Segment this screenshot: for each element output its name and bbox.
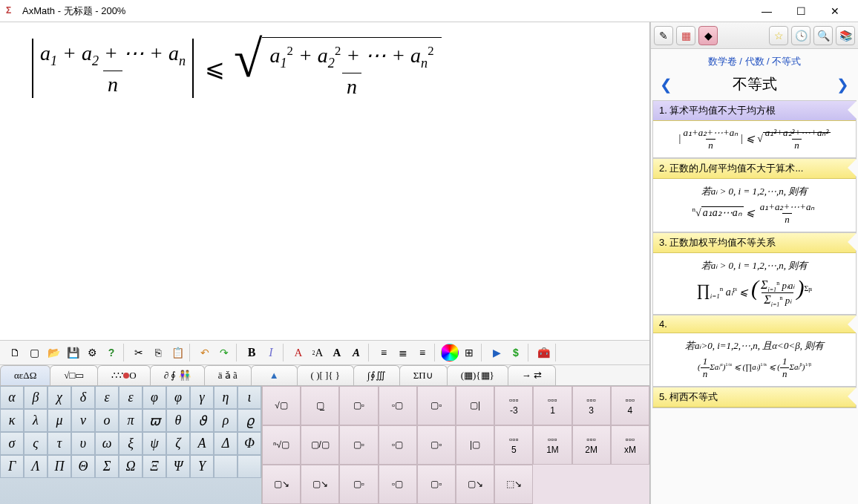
template-cell-11[interactable]: ▢/▢: [301, 425, 339, 465]
bookmark-icon[interactable]: ◆: [698, 26, 718, 45]
breadcrumb-inequality[interactable]: 不等式: [772, 56, 801, 67]
equation-editor[interactable]: a1 + a2 + ⋯ + ann ⩽ √a12 + a22 + ⋯ + an2…: [0, 22, 649, 340]
nav-prev-icon[interactable]: ❮: [657, 76, 675, 94]
formula-entry-2[interactable]: 2. 正数的几何平均值不大于算术... 若aᵢ > 0, i = 1,2,⋯,n…: [652, 158, 857, 232]
greek-λ[interactable]: λ: [24, 409, 48, 432]
template-cell-16[interactable]: ▫▫▫ 5: [494, 425, 533, 465]
formula-entry-5[interactable]: 5. 柯西不等式: [652, 387, 857, 408]
tab-radicals[interactable]: √□▭: [50, 365, 98, 385]
align-right-button[interactable]: ≡: [413, 344, 431, 361]
open-button[interactable]: 📂: [45, 344, 62, 361]
template-cell-5[interactable]: ▢|: [456, 386, 494, 425]
greek-ι[interactable]: ι: [238, 386, 261, 409]
greek-σ[interactable]: σ: [0, 432, 24, 455]
greek-Δ[interactable]: Δ: [214, 432, 238, 455]
template-cell-0[interactable]: √▢: [262, 386, 301, 425]
template-cell-23[interactable]: ▫▢: [379, 465, 417, 504]
maximize-button[interactable]: ☐: [784, 0, 818, 22]
tab-matrices[interactable]: (▦){▦}: [447, 365, 508, 385]
tab-accents[interactable]: ä ǎ ã: [204, 365, 252, 385]
greek-ϑ[interactable]: ϑ: [190, 409, 214, 432]
template-cell-18[interactable]: ▫▫▫ 2M: [572, 425, 611, 465]
greek-Ψ[interactable]: Ψ: [166, 455, 190, 478]
template-cell-3[interactable]: ▫▢: [379, 386, 417, 425]
bold-button[interactable]: B: [243, 344, 261, 361]
tab-greek[interactable]: αεΔΩ: [0, 365, 50, 385]
formula-entry-1[interactable]: 1. 算术平均值不大于均方根 |a₁+a₂+⋯+aₙn| ⩽ √a₁²+a₂²+…: [652, 100, 857, 158]
template-cell-15[interactable]: |▢: [456, 425, 494, 465]
template-cell-24[interactable]: ▢▫: [417, 465, 456, 504]
tab-integrals[interactable]: ∫∮∭: [353, 365, 400, 385]
breadcrumb-math[interactable]: 数学卷: [708, 56, 737, 67]
template-cell-17[interactable]: ▫▫▫ 1M: [533, 425, 572, 465]
template-cell-8[interactable]: ▫▫▫ 3: [572, 386, 611, 425]
greek-ζ[interactable]: ζ: [166, 432, 190, 455]
greek-Υ[interactable]: Υ: [190, 455, 214, 478]
template-cell-12[interactable]: ▢▫: [339, 425, 378, 465]
font-style-2[interactable]: 2A: [309, 344, 327, 361]
greek-ν[interactable]: ν: [71, 409, 95, 432]
entry-5-title[interactable]: 5. 柯西不等式: [653, 387, 856, 408]
greek-θ[interactable]: θ: [166, 409, 190, 432]
close-button[interactable]: ✕: [818, 0, 852, 22]
template-cell-22[interactable]: ▢▫: [339, 465, 378, 504]
tab-bigops[interactable]: ΣΠ∪: [399, 365, 448, 385]
greek-Ξ[interactable]: Ξ: [143, 455, 166, 478]
template-cell-20[interactable]: ▢↘: [262, 465, 301, 504]
color-button[interactable]: [441, 344, 459, 361]
new-button[interactable]: 🗋: [6, 344, 24, 361]
greek-χ[interactable]: χ: [48, 386, 71, 409]
tab-logic[interactable]: ∴∵O: [97, 365, 150, 385]
edit-icon[interactable]: ✎: [654, 26, 673, 45]
template-cell-9[interactable]: ▫▫▫ 4: [611, 386, 649, 425]
toolbox-button[interactable]: 🧰: [534, 344, 552, 361]
entry-4-title[interactable]: 4.: [653, 315, 856, 333]
greek-φ[interactable]: φ: [166, 386, 190, 409]
greek-υ[interactable]: υ: [71, 432, 95, 455]
entry-1-title[interactable]: 1. 算术平均值不大于均方根: [653, 101, 856, 121]
greek-β[interactable]: β: [24, 386, 48, 409]
greek-Σ[interactable]: Σ: [95, 455, 119, 478]
tab-shapes[interactable]: ▲: [251, 365, 298, 385]
entry-3-title[interactable]: 3. 正数加权平均值不等关系: [653, 233, 856, 253]
align-center-button[interactable]: ≣: [394, 344, 412, 361]
greek-γ[interactable]: γ: [190, 386, 214, 409]
search-icon[interactable]: 🔍: [813, 26, 833, 45]
greek-ϱ[interactable]: ϱ: [238, 409, 261, 432]
greek-ρ[interactable]: ρ: [214, 409, 238, 432]
formula-entry-4[interactable]: 4. 若aᵢ>0, i=1,2,⋯,n, 且α<0<β, 则有 (1nΣaᵢα)…: [652, 315, 857, 387]
greek-α[interactable]: α: [0, 386, 24, 409]
greek-Π[interactable]: Π: [48, 455, 71, 478]
copy-button[interactable]: ⎘: [149, 344, 167, 361]
template-cell-1[interactable]: ▢̲: [301, 386, 339, 425]
cut-button[interactable]: ✂: [130, 344, 148, 361]
greek-Λ[interactable]: Λ: [24, 455, 48, 478]
nav-next-icon[interactable]: ❯: [834, 76, 852, 94]
greek-φ[interactable]: φ: [143, 386, 166, 409]
greek-Φ[interactable]: Φ: [238, 432, 261, 455]
undo-button[interactable]: ↶: [196, 344, 214, 361]
template-cell-14[interactable]: ▢▫: [417, 425, 456, 465]
breadcrumb-algebra[interactable]: 代数: [745, 56, 764, 67]
greek-κ[interactable]: κ: [0, 409, 24, 432]
main-formula[interactable]: a1 + a2 + ⋯ + ann ⩽ √a12 + a22 + ⋯ + an2…: [30, 37, 620, 100]
settings-button[interactable]: ⚙: [83, 344, 101, 361]
tab-arrows[interactable]: → ⇄: [508, 365, 556, 385]
paste-button[interactable]: 📋: [168, 344, 186, 361]
redo-button[interactable]: ↷: [215, 344, 233, 361]
greek-μ[interactable]: μ: [48, 409, 71, 432]
template-cell-4[interactable]: ▢▫: [417, 386, 456, 425]
minimize-button[interactable]: —: [750, 0, 784, 22]
greek-ο[interactable]: ο: [95, 409, 119, 432]
template-cell-19[interactable]: ▫▫▫ xM: [611, 425, 649, 465]
greek-ς[interactable]: ς: [24, 432, 48, 455]
favorite-icon[interactable]: ☆: [769, 26, 788, 45]
greek-ε[interactable]: ε: [119, 386, 143, 409]
font-style-1[interactable]: A: [289, 344, 307, 361]
greek-ψ[interactable]: ψ: [143, 432, 166, 455]
play-button[interactable]: ▶: [488, 344, 505, 361]
tab-brackets[interactable]: ( )[ ]{ }: [297, 365, 355, 385]
font-style-3[interactable]: A: [328, 344, 346, 361]
greek-ξ[interactable]: ξ: [119, 432, 143, 455]
help-button[interactable]: ?: [102, 344, 120, 361]
